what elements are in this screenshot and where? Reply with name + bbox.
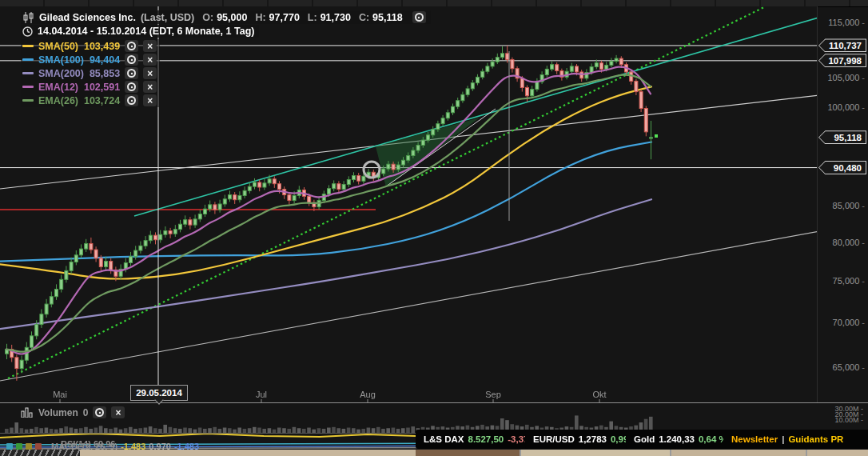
ema26-color-dash: [22, 99, 34, 102]
high-value: 97,770: [269, 12, 300, 23]
chart-settings-button[interactable]: [412, 11, 426, 23]
ema12-color-dash: [22, 86, 34, 88]
price-tag: 90,480: [818, 161, 866, 174]
gear-icon: [127, 55, 136, 64]
sma100-settings-button[interactable]: [125, 54, 138, 66]
sma200-settings-button[interactable]: [125, 67, 138, 79]
ticker-symbol: EUR/USD: [533, 434, 575, 444]
sma50-remove-button[interactable]: ×: [143, 40, 157, 52]
legend-row-sma100[interactable]: SMA(100) 94,404 ×: [21, 53, 160, 66]
date-range: 14.04.2014 - 15.10.2014 (EDT, 6 Monate, …: [38, 26, 254, 37]
price-tag: 95,118: [818, 130, 866, 144]
close-icon: ×: [147, 69, 153, 78]
y-axis-tick: 75,000 -: [817, 276, 865, 286]
macd-color-chip: [6, 443, 13, 450]
gear-icon: [127, 82, 136, 91]
gear-icon: [127, 69, 136, 78]
y-axis-tick: 70,000 -: [817, 318, 865, 327]
gear-icon: [95, 408, 104, 417]
ema12-settings-button[interactable]: [125, 81, 138, 93]
macd-color-chip: [35, 443, 42, 450]
link-separator: |: [782, 434, 784, 444]
window-border: [520, 450, 521, 456]
sma200-color-dash: [22, 72, 34, 74]
crosshair-date-label: 29.05.2014: [130, 385, 188, 401]
legend-row-sma200[interactable]: SMA(200) 85,853 ×: [21, 66, 160, 80]
window-border: [806, 450, 807, 456]
ticker-ls-dax[interactable]: L&S DAX 8.527,50 -3,37 %: [416, 430, 529, 449]
price-tag: 110,737: [818, 38, 866, 52]
ticker-gold[interactable]: Gold 1.240,33 0,64 %: [626, 430, 728, 449]
close-icon: ×: [147, 96, 153, 106]
ema26-label: EMA(26) 103,724: [38, 95, 120, 106]
y-axis-tick: 100,000 -: [817, 102, 865, 112]
volume-value: 0: [83, 407, 89, 418]
close-value: 95,118: [372, 12, 403, 23]
ema26-remove-button[interactable]: ×: [143, 94, 157, 106]
low-value: 91,730: [321, 12, 351, 23]
sma100-remove-button[interactable]: ×: [143, 54, 157, 66]
macd-color-chip: [16, 443, 22, 450]
footer-links-bar: Newsletter | Guidants PR: [723, 430, 868, 449]
sma100-label: SMA(100) 94,404: [38, 54, 120, 66]
y-axis-tick: 115,000 -: [817, 18, 865, 27]
ema12-label: EMA(12) 102,591: [38, 82, 120, 93]
ema12-remove-button[interactable]: ×: [143, 81, 157, 93]
candlestick-icon: [22, 12, 34, 23]
chart-header: Gilead Sciences Inc. (Last, USD) O:95,00…: [21, 10, 431, 24]
ema26-settings-button[interactable]: [125, 94, 138, 106]
gear-icon: [415, 13, 424, 22]
legend-row-sma50[interactable]: SMA(50) 103,439 ×: [21, 39, 160, 53]
bar-chart-icon: [21, 407, 34, 418]
window-border: [670, 450, 671, 456]
quote-type: (Last, USD): [141, 12, 194, 23]
open-value: 95,000: [217, 12, 247, 23]
instrument-title: Gilead Sciences Inc.: [39, 12, 136, 23]
ticker-value: 8.527,50: [468, 434, 504, 444]
charting-app: Gilead Sciences Inc. (Last, USD) O:95,00…: [0, 0, 868, 456]
volume-remove-button[interactable]: ×: [111, 406, 125, 418]
widget-photo-fragment: [416, 450, 520, 456]
sma50-color-dash: [22, 45, 34, 47]
volume-settings-button[interactable]: [93, 406, 106, 418]
volume-axis-label: 10.00M -: [817, 418, 863, 423]
clock-icon: [22, 26, 33, 37]
sma200-remove-button[interactable]: ×: [143, 67, 157, 79]
close-icon: ×: [147, 42, 153, 51]
newsletter-link[interactable]: Newsletter: [731, 434, 778, 444]
ticker-eurusd[interactable]: EUR/USD 1,2783 0,99 %: [525, 430, 635, 449]
indicator-legend: SMA(50) 103,439 × SMA(100) 94,404 × SMA(…: [21, 39, 160, 107]
resize-grip-icon[interactable]: [0, 450, 80, 456]
widget-fragment: [521, 450, 670, 456]
sma100-color-dash: [22, 58, 34, 61]
sma200-label: SMA(200) 85,853: [38, 68, 120, 79]
macd-color-chip: [26, 443, 32, 450]
ticker-symbol: L&S DAX: [424, 434, 464, 444]
sma50-label: SMA(50) 103,439: [38, 41, 120, 52]
ticker-symbol: Gold: [634, 434, 655, 444]
volume-header: Volumen 0 ×: [21, 406, 125, 418]
ticker-value: 1.240,33: [659, 434, 695, 444]
gear-icon: [127, 96, 136, 105]
y-axis-tick: 80,000 -: [817, 238, 865, 247]
legend-row-ema26[interactable]: EMA(26) 103,724 ×: [21, 94, 160, 107]
y-axis-tick: 85,000 -: [817, 201, 865, 210]
ohlc-values: O:95,000 H:97,770 L:91,730 C:95,118: [202, 12, 407, 23]
close-icon: ×: [147, 82, 153, 92]
y-axis-tick: 105,000 -: [817, 73, 865, 82]
ticker-value: 1,2783: [579, 434, 607, 444]
bottom-widget-strip: [0, 450, 868, 456]
date-range-row: 14.04.2014 - 15.10.2014 (EDT, 6 Monate, …: [21, 25, 259, 38]
close-icon: ×: [147, 55, 153, 65]
legend-row-ema12[interactable]: EMA(12) 102,591 ×: [21, 80, 160, 94]
x-axis-line: [0, 402, 868, 403]
widget-fragment: [671, 450, 806, 456]
close-icon: ×: [115, 408, 121, 418]
guidants-promo-link[interactable]: Guidants PR: [788, 434, 843, 444]
price-tag: 107,998: [818, 54, 866, 67]
gear-icon: [127, 42, 136, 50]
y-axis-tick: 65,000 -: [817, 362, 865, 372]
sma50-settings-button[interactable]: [125, 40, 138, 52]
volume-label: Volumen: [38, 407, 78, 418]
